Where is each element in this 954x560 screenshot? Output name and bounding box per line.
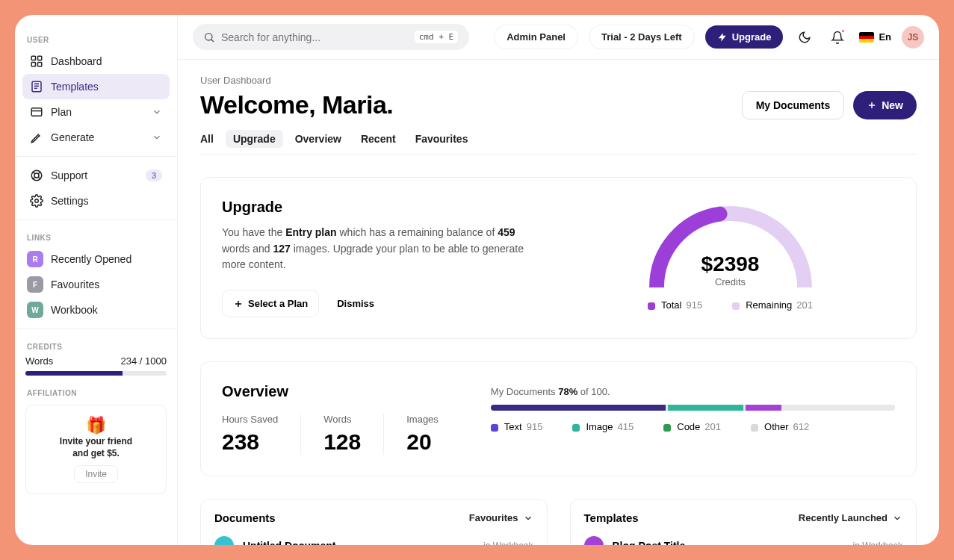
sidebar-item-templates[interactable]: Templates (22, 74, 170, 99)
breadcrumb: User Dashboard (200, 75, 917, 86)
credits-label: Words (25, 355, 53, 367)
invite-card: 🎁 Invite your friendand get $5. Invite (25, 405, 167, 494)
gear-icon (30, 194, 43, 208)
language-selector[interactable]: En (859, 31, 891, 43)
avatar[interactable]: JS (902, 26, 924, 49)
tabs: All Upgrade Overview Recent Favourites (200, 133, 917, 155)
sidebar-item-label: Support (51, 169, 87, 181)
seg-other: Other612 (751, 421, 809, 432)
sidebar-item-label: Plan (51, 106, 72, 118)
tab-upgrade[interactable]: Upgrade (226, 130, 283, 148)
doc-title: Untitled Document (243, 540, 335, 545)
link-label: Favourites (51, 279, 99, 290)
page-title: Welcome, Maria. (200, 90, 393, 119)
sidebar-item-label: Templates (51, 81, 99, 93)
admin-panel-button[interactable]: Admin Panel (494, 25, 578, 49)
gauge-sub: Credits (648, 276, 813, 287)
lang-label: En (879, 31, 891, 43)
tab-all[interactable]: All (200, 133, 214, 145)
lifebuoy-icon (30, 169, 43, 182)
tab-recent[interactable]: Recent (361, 133, 396, 145)
new-label: New (882, 99, 903, 111)
tab-favourites[interactable]: Favourites (415, 133, 468, 145)
keyboard-shortcut: cmd + E (414, 30, 459, 44)
card-icon (30, 105, 43, 119)
upgrade-card: Upgrade You have the Entry plan which ha… (200, 177, 917, 339)
gift-icon: 🎁 (34, 416, 158, 435)
search-field[interactable] (221, 31, 414, 43)
doc-icon (214, 536, 234, 545)
credits-progress (25, 371, 167, 376)
invite-text-1: Invite your friend (60, 436, 132, 447)
invite-button[interactable]: Invite (74, 465, 118, 483)
templates-title: Templates (584, 511, 639, 524)
sidebar-item-support[interactable]: Support 3 (22, 163, 170, 188)
sidebar-item-label: Settings (51, 195, 89, 207)
link-workbook[interactable]: W Workbook (22, 297, 170, 323)
seg-image: Image415 (572, 421, 634, 432)
template-dot-icon (584, 536, 604, 545)
doc-meta: in Workbook (483, 541, 533, 545)
select-plan-label: Select a Plan (248, 298, 308, 309)
upgrade-button[interactable]: Upgrade (705, 25, 784, 49)
upgrade-label: Upgrade (732, 31, 772, 43)
square-badge: W (27, 302, 43, 318)
stat-words: Words128 (301, 414, 384, 455)
trial-chip[interactable]: Trial - 2 Days Left (589, 25, 695, 49)
template-meta: in Workbook (853, 541, 902, 545)
credits-value: 234 / 1000 (121, 355, 167, 367)
moon-icon (798, 31, 811, 44)
svg-rect-1 (38, 56, 42, 60)
chevron-down-icon (152, 107, 162, 117)
svg-point-8 (35, 199, 39, 203)
template-icon (30, 80, 43, 93)
stat-images: Images20 (384, 414, 461, 455)
new-button[interactable]: New (853, 91, 917, 119)
sidebar-section-credits: CREDITS (27, 343, 170, 351)
overview-caption: My Documents 78% of 100. (491, 386, 895, 397)
overview-title: Overview (222, 383, 461, 400)
theme-toggle[interactable] (793, 26, 816, 49)
notification-dot (840, 28, 846, 34)
template-title: Blog Post Title (613, 540, 686, 545)
stat-hours: Hours Saved238 (222, 414, 301, 455)
sidebar-section-affiliation: AFFILIATION (27, 389, 170, 397)
bolt-icon (717, 32, 728, 43)
credits-gauge: $2398 Credits Total915 Remaining201 (566, 199, 895, 317)
list-item[interactable]: Blog Post Title in Workbook (584, 536, 903, 545)
plus-icon (233, 299, 244, 309)
sidebar-item-dashboard[interactable]: Dashboard (22, 49, 170, 74)
templates-filter[interactable]: Recently Launched (799, 512, 902, 523)
sidebar: USER Dashboard Templates Plan Generate S… (15, 15, 178, 545)
documents-card: Documents Favourites Untitled Document i… (200, 499, 548, 545)
legend-total: Total915 (648, 299, 702, 311)
sidebar-item-plan[interactable]: Plan (22, 99, 170, 125)
notifications-button[interactable] (826, 26, 849, 49)
link-favourites[interactable]: F Favourites (22, 272, 170, 297)
sidebar-item-generate[interactable]: Generate (22, 125, 170, 150)
list-item[interactable]: Untitled Document in Workbook (214, 536, 533, 545)
search-icon (203, 31, 215, 43)
overview-card: Overview Hours Saved238 Words128 Images2… (200, 361, 917, 476)
sidebar-item-label: Dashboard (51, 55, 102, 67)
templates-card: Templates Recently Launched Blog Post Ti… (570, 499, 917, 545)
tab-overview[interactable]: Overview (295, 133, 341, 145)
documents-filter[interactable]: Favourites (469, 512, 533, 523)
sidebar-item-settings[interactable]: Settings (22, 188, 170, 214)
square-badge: R (27, 251, 43, 267)
link-recently-opened[interactable]: R Recently Opened (22, 246, 170, 272)
upgrade-body: You have the Entry plan which has a rema… (222, 225, 536, 273)
search-input[interactable]: cmd + E (193, 24, 469, 50)
svg-point-7 (34, 173, 39, 178)
my-documents-button[interactable]: My Documents (742, 91, 845, 119)
flag-de-icon (859, 32, 874, 43)
gauge-value: $2398 (648, 252, 813, 276)
sidebar-section-user: USER (27, 36, 170, 44)
svg-rect-3 (38, 63, 42, 66)
link-label: Workbook (51, 304, 98, 316)
svg-rect-0 (31, 56, 35, 60)
grid-icon (30, 55, 43, 68)
select-plan-button[interactable]: Select a Plan (222, 290, 319, 317)
plus-icon (867, 100, 877, 111)
dismiss-button[interactable]: Dismiss (337, 298, 374, 309)
